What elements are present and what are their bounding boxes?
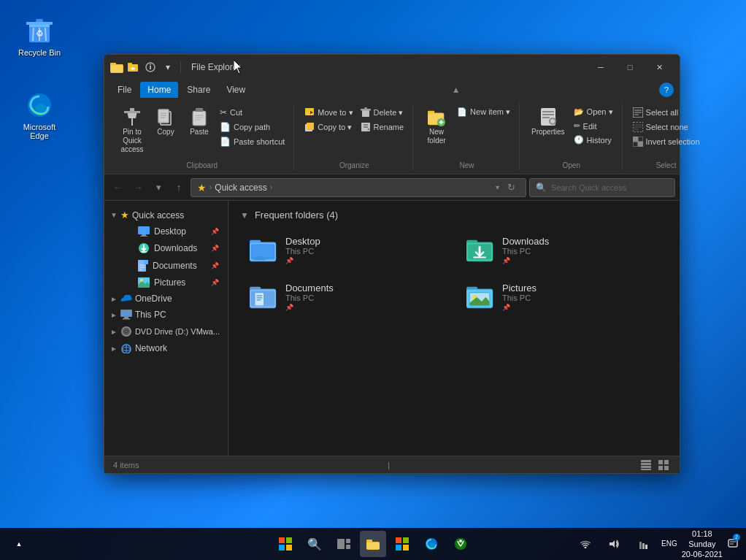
system-clock[interactable]: 01:18 Sunday 20-06-2021 xyxy=(682,529,723,560)
help-button[interactable]: ? xyxy=(659,83,674,97)
recent-locations-button[interactable]: ▾ xyxy=(150,179,167,196)
new-item-icon: 📄 xyxy=(457,107,467,117)
search-button[interactable]: 🔍 xyxy=(301,531,328,557)
paste-shortcut-button[interactable]: 📄 Paste shortcut xyxy=(217,135,288,148)
tab-share[interactable]: Share xyxy=(180,82,218,98)
new-folder-button[interactable]: Newfolder xyxy=(420,106,453,148)
address-bar[interactable]: ★ › Quick access › ▾ ↻ xyxy=(191,178,526,197)
this-pc-label: This PC xyxy=(135,310,166,320)
maximize-button[interactable]: □ xyxy=(615,56,645,78)
language-indicator[interactable]: ENG xyxy=(660,540,679,548)
svg-point-19 xyxy=(150,64,151,66)
svg-rect-65 xyxy=(638,142,643,147)
select-none-label: Select none xyxy=(646,123,688,131)
qt-dropdown-btn[interactable]: ▾ xyxy=(160,60,176,74)
select-none-button[interactable]: Select none xyxy=(630,120,703,134)
sidebar-item-network[interactable]: ► Network xyxy=(104,340,228,356)
desktop-folder-icon-container xyxy=(249,235,278,264)
ribbon-collapse-btn[interactable]: ▲ xyxy=(449,83,464,96)
edge-taskbar-button[interactable] xyxy=(418,531,445,557)
close-button[interactable]: ✕ xyxy=(645,56,674,78)
new-small-col: 📄 New item ▾ xyxy=(454,106,513,118)
invert-selection-button[interactable]: Invert selection xyxy=(630,135,703,148)
copy-to-label: Copy to ▾ xyxy=(318,123,352,132)
large-icons-view-button[interactable] xyxy=(656,459,671,472)
qt-new-folder-btn[interactable] xyxy=(125,60,141,74)
folder-item-downloads[interactable]: Downloads This PC 📌 xyxy=(457,229,668,270)
details-view-button[interactable] xyxy=(639,459,653,472)
recycle-bin-icon: ♻ xyxy=(25,16,54,45)
xbox-taskbar-button[interactable] xyxy=(447,531,474,557)
rename-button[interactable]: Rename xyxy=(358,120,407,134)
tab-home[interactable]: Home xyxy=(140,82,178,98)
new-item-button[interactable]: 📄 New item ▾ xyxy=(454,106,513,118)
move-to-button[interactable]: Move to ▾ xyxy=(301,106,355,119)
paste-shortcut-icon: 📄 xyxy=(220,137,231,147)
qt-properties-btn[interactable] xyxy=(142,60,158,74)
svg-rect-139 xyxy=(366,542,380,549)
folder-item-documents[interactable]: Documents This PC 📌 xyxy=(240,276,451,317)
svg-rect-20 xyxy=(130,108,134,111)
svg-rect-111 xyxy=(255,293,264,305)
file-explorer-taskbar-button[interactable] xyxy=(360,531,386,557)
sidebar-item-onedrive[interactable]: ► OneDrive xyxy=(104,291,228,307)
open-button[interactable]: 📂 Open ▾ xyxy=(571,106,616,118)
address-dropdown-button[interactable]: ▾ xyxy=(496,183,499,191)
up-button[interactable]: ↑ xyxy=(170,179,188,196)
sidebar-item-quick-access[interactable]: ▼ ★ Quick access xyxy=(104,207,228,223)
volume-icon[interactable] xyxy=(601,531,628,557)
system-tray: ENG 01:18 Sunday 20-06-2021 2 xyxy=(572,529,740,560)
copy-button[interactable]: Copy xyxy=(150,106,182,139)
properties-button[interactable]: Properties xyxy=(527,106,569,139)
svg-rect-38 xyxy=(364,107,367,109)
sidebar-item-this-pc[interactable]: ► This PC xyxy=(104,307,228,323)
section-expand-icon[interactable]: ▼ xyxy=(240,210,249,220)
ribbon-group-organize: Move to ▾ Copy to ▾ Delete ▾ xyxy=(296,103,413,171)
file-explorer-window: ▾ File Explorer ─ □ ✕ File Home Share Vi… xyxy=(104,54,680,474)
tab-view[interactable]: View xyxy=(219,82,253,98)
notification-center-button[interactable]: 2 xyxy=(726,531,740,557)
refresh-button[interactable]: ↻ xyxy=(502,179,520,196)
clock-date: Sunday xyxy=(682,539,723,549)
svg-rect-135 xyxy=(346,539,350,543)
edit-button[interactable]: ✏ Edit xyxy=(571,120,616,132)
svg-rect-123 xyxy=(641,463,651,465)
store-taskbar-button[interactable] xyxy=(389,531,415,557)
delete-button[interactable]: Delete ▾ xyxy=(358,106,407,119)
start-button[interactable] xyxy=(272,531,299,557)
history-button[interactable]: 🕐 History xyxy=(571,134,616,146)
system-tray-overflow-button[interactable]: ▲ xyxy=(6,531,32,557)
svg-rect-35 xyxy=(307,123,314,130)
minimize-button[interactable]: ─ xyxy=(586,56,615,78)
sidebar-item-dvd-drive[interactable]: ► DVD Drive (D:) VMwa... xyxy=(104,323,228,340)
tab-file[interactable]: File xyxy=(110,82,139,98)
search-bar[interactable]: 🔍 Search Quick access xyxy=(529,178,675,197)
address-path: Quick access › xyxy=(215,183,272,193)
desktop-icon-recycle-bin[interactable]: ♻ Recycle Bin xyxy=(13,13,66,60)
copy-to-button[interactable]: Copy to ▾ xyxy=(301,120,355,134)
forward-button[interactable]: → xyxy=(129,179,147,196)
select-all-button[interactable]: Select all xyxy=(630,106,703,119)
folder-item-pictures[interactable]: Pictures This PC 📌 xyxy=(457,276,668,317)
task-view-button[interactable] xyxy=(331,531,357,557)
pin-to-quick-access-button[interactable]: Pin to Quickaccess xyxy=(116,106,148,157)
cut-button[interactable]: ✂ Cut xyxy=(217,106,288,119)
sidebar-item-downloads[interactable]: Downloads 📌 xyxy=(104,239,228,257)
network-status-icon[interactable] xyxy=(631,531,657,557)
svg-rect-66 xyxy=(638,137,643,142)
search-icon: 🔍 xyxy=(536,183,547,193)
desktop: ♻ Recycle Bin Microsoft Edge xyxy=(0,0,746,560)
svg-rect-21 xyxy=(124,111,140,113)
sidebar-item-documents[interactable]: Documents 📌 xyxy=(104,257,228,275)
sidebar-item-pictures[interactable]: Pictures 📌 xyxy=(104,275,228,291)
back-button[interactable]: ← xyxy=(109,179,126,196)
sidebar-item-desktop[interactable]: Desktop 📌 xyxy=(104,223,228,239)
desktop-icon-edge[interactable]: Microsoft Edge xyxy=(13,88,66,143)
properties-icon xyxy=(539,109,557,126)
folder-item-desktop[interactable]: Desktop This PC 📌 xyxy=(240,229,451,270)
organize-buttons: Move to ▾ Copy to ▾ Delete ▾ xyxy=(301,103,407,160)
paste-button[interactable]: Paste xyxy=(183,106,215,139)
wifi-icon[interactable] xyxy=(572,531,599,557)
edit-label: Edit xyxy=(583,122,597,131)
copy-path-button[interactable]: 📄 Copy path xyxy=(217,120,288,134)
